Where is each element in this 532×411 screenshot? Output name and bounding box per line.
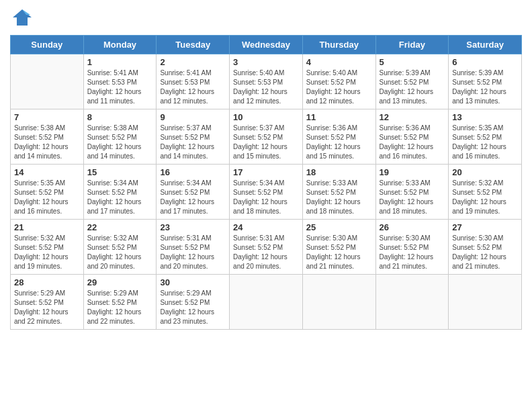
day-info: Sunrise: 5:36 AM Sunset: 5:52 PM Dayligh… (380, 124, 445, 161)
day-info: Sunrise: 5:32 AM Sunset: 5:52 PM Dayligh… (452, 179, 518, 216)
calendar-cell (11, 54, 84, 109)
day-number: 23 (160, 222, 226, 232)
day-info: Sunrise: 5:34 AM Sunset: 5:52 PM Dayligh… (233, 179, 299, 216)
calendar-cell: 8Sunrise: 5:38 AM Sunset: 5:52 PM Daylig… (83, 109, 157, 165)
calendar-cell: 18Sunrise: 5:33 AM Sunset: 5:52 PM Dayli… (302, 165, 375, 220)
day-info: Sunrise: 5:30 AM Sunset: 5:52 PM Dayligh… (380, 234, 445, 271)
day-info: Sunrise: 5:40 AM Sunset: 5:53 PM Dayligh… (233, 68, 299, 106)
day-number: 21 (14, 222, 80, 232)
calendar-cell: 21Sunrise: 5:32 AM Sunset: 5:52 PM Dayli… (11, 220, 84, 275)
day-info: Sunrise: 5:33 AM Sunset: 5:52 PM Dayligh… (380, 179, 445, 216)
day-header-thursday: Thursday (302, 36, 375, 54)
day-info: Sunrise: 5:41 AM Sunset: 5:53 PM Dayligh… (160, 68, 226, 106)
day-number: 10 (233, 112, 299, 122)
day-number: 3 (233, 57, 299, 67)
calendar-cell: 17Sunrise: 5:34 AM Sunset: 5:52 PM Dayli… (230, 165, 303, 220)
day-info: Sunrise: 5:30 AM Sunset: 5:52 PM Dayligh… (452, 234, 518, 271)
calendar-cell: 30Sunrise: 5:29 AM Sunset: 5:52 PM Dayli… (157, 275, 230, 330)
day-info: Sunrise: 5:38 AM Sunset: 5:52 PM Dayligh… (14, 124, 80, 161)
day-number: 22 (87, 222, 153, 232)
day-number: 1 (87, 57, 153, 67)
calendar-cell (449, 275, 522, 330)
day-header-tuesday: Tuesday (157, 36, 230, 54)
calendar-cell: 22Sunrise: 5:32 AM Sunset: 5:52 PM Dayli… (83, 220, 157, 275)
calendar-cell: 27Sunrise: 5:30 AM Sunset: 5:52 PM Dayli… (449, 220, 522, 275)
day-info: Sunrise: 5:39 AM Sunset: 5:52 PM Dayligh… (452, 68, 518, 106)
calendar-cell: 6Sunrise: 5:39 AM Sunset: 5:52 PM Daylig… (449, 54, 522, 109)
calendar-cell: 15Sunrise: 5:34 AM Sunset: 5:52 PM Dayli… (83, 165, 157, 220)
day-info: Sunrise: 5:33 AM Sunset: 5:52 PM Dayligh… (306, 179, 372, 216)
day-info: Sunrise: 5:31 AM Sunset: 5:52 PM Dayligh… (233, 234, 299, 271)
logo (10, 7, 38, 31)
day-header-monday: Monday (83, 36, 157, 54)
calendar-cell: 16Sunrise: 5:34 AM Sunset: 5:52 PM Dayli… (157, 165, 230, 220)
day-number: 24 (233, 222, 299, 232)
calendar-cell: 3Sunrise: 5:40 AM Sunset: 5:53 PM Daylig… (230, 54, 303, 109)
day-number: 11 (306, 112, 372, 122)
calendar-cell: 12Sunrise: 5:36 AM Sunset: 5:52 PM Dayli… (375, 109, 449, 165)
day-info: Sunrise: 5:32 AM Sunset: 5:52 PM Dayligh… (87, 234, 153, 271)
day-info: Sunrise: 5:34 AM Sunset: 5:52 PM Dayligh… (160, 179, 226, 216)
calendar-cell: 19Sunrise: 5:33 AM Sunset: 5:52 PM Dayli… (375, 165, 449, 220)
calendar-cell (230, 275, 303, 330)
day-number: 7 (14, 112, 80, 122)
calendar-table: SundayMondayTuesdayWednesdayThursdayFrid… (10, 35, 522, 330)
day-number: 9 (160, 112, 226, 122)
day-info: Sunrise: 5:30 AM Sunset: 5:52 PM Dayligh… (306, 234, 372, 271)
day-info: Sunrise: 5:35 AM Sunset: 5:52 PM Dayligh… (14, 179, 80, 216)
day-number: 20 (452, 167, 518, 177)
day-info: Sunrise: 5:37 AM Sunset: 5:52 PM Dayligh… (233, 124, 299, 161)
day-info: Sunrise: 5:41 AM Sunset: 5:53 PM Dayligh… (87, 68, 153, 106)
calendar-cell: 25Sunrise: 5:30 AM Sunset: 5:52 PM Dayli… (302, 220, 375, 275)
day-number: 8 (87, 112, 153, 122)
logo-bird-icon (10, 7, 34, 31)
day-header-wednesday: Wednesday (230, 36, 303, 54)
calendar-cell: 14Sunrise: 5:35 AM Sunset: 5:52 PM Dayli… (11, 165, 84, 220)
calendar-cell: 13Sunrise: 5:35 AM Sunset: 5:52 PM Dayli… (449, 109, 522, 165)
day-number: 25 (306, 222, 372, 232)
header (10, 7, 522, 31)
day-header-sunday: Sunday (11, 36, 84, 54)
day-header-saturday: Saturday (449, 36, 522, 54)
day-number: 19 (380, 167, 445, 177)
calendar-cell: 2Sunrise: 5:41 AM Sunset: 5:53 PM Daylig… (157, 54, 230, 109)
day-number: 14 (14, 167, 80, 177)
day-number: 30 (160, 277, 226, 287)
calendar-cell: 4Sunrise: 5:40 AM Sunset: 5:52 PM Daylig… (302, 54, 375, 109)
day-info: Sunrise: 5:39 AM Sunset: 5:52 PM Dayligh… (380, 68, 445, 106)
calendar-cell: 24Sunrise: 5:31 AM Sunset: 5:52 PM Dayli… (230, 220, 303, 275)
day-number: 15 (87, 167, 153, 177)
day-info: Sunrise: 5:37 AM Sunset: 5:52 PM Dayligh… (160, 124, 226, 161)
day-number: 28 (14, 277, 80, 287)
day-number: 6 (452, 57, 518, 67)
calendar-cell: 28Sunrise: 5:29 AM Sunset: 5:52 PM Dayli… (11, 275, 84, 330)
day-number: 2 (160, 57, 226, 67)
day-number: 27 (452, 222, 518, 232)
day-number: 5 (380, 57, 445, 67)
calendar-cell: 11Sunrise: 5:36 AM Sunset: 5:52 PM Dayli… (302, 109, 375, 165)
calendar-cell: 7Sunrise: 5:38 AM Sunset: 5:52 PM Daylig… (11, 109, 84, 165)
day-info: Sunrise: 5:32 AM Sunset: 5:52 PM Dayligh… (14, 234, 80, 271)
day-number: 4 (306, 57, 372, 67)
calendar-cell: 10Sunrise: 5:37 AM Sunset: 5:52 PM Dayli… (230, 109, 303, 165)
calendar-cell: 20Sunrise: 5:32 AM Sunset: 5:52 PM Dayli… (449, 165, 522, 220)
calendar-cell: 1Sunrise: 5:41 AM Sunset: 5:53 PM Daylig… (83, 54, 157, 109)
calendar-cell (302, 275, 375, 330)
day-info: Sunrise: 5:35 AM Sunset: 5:52 PM Dayligh… (452, 124, 518, 161)
day-info: Sunrise: 5:29 AM Sunset: 5:52 PM Dayligh… (160, 289, 226, 326)
day-info: Sunrise: 5:31 AM Sunset: 5:52 PM Dayligh… (160, 234, 226, 271)
calendar-cell: 23Sunrise: 5:31 AM Sunset: 5:52 PM Dayli… (157, 220, 230, 275)
day-header-friday: Friday (375, 36, 449, 54)
day-number: 18 (306, 167, 372, 177)
calendar-cell: 5Sunrise: 5:39 AM Sunset: 5:52 PM Daylig… (375, 54, 449, 109)
day-info: Sunrise: 5:34 AM Sunset: 5:52 PM Dayligh… (87, 179, 153, 216)
calendar-cell (375, 275, 449, 330)
day-info: Sunrise: 5:40 AM Sunset: 5:52 PM Dayligh… (306, 68, 372, 106)
day-number: 12 (380, 112, 445, 122)
calendar-cell: 9Sunrise: 5:37 AM Sunset: 5:52 PM Daylig… (157, 109, 230, 165)
day-number: 29 (87, 277, 153, 287)
day-number: 16 (160, 167, 226, 177)
calendar-cell: 26Sunrise: 5:30 AM Sunset: 5:52 PM Dayli… (375, 220, 449, 275)
day-number: 17 (233, 167, 299, 177)
day-number: 13 (452, 112, 518, 122)
